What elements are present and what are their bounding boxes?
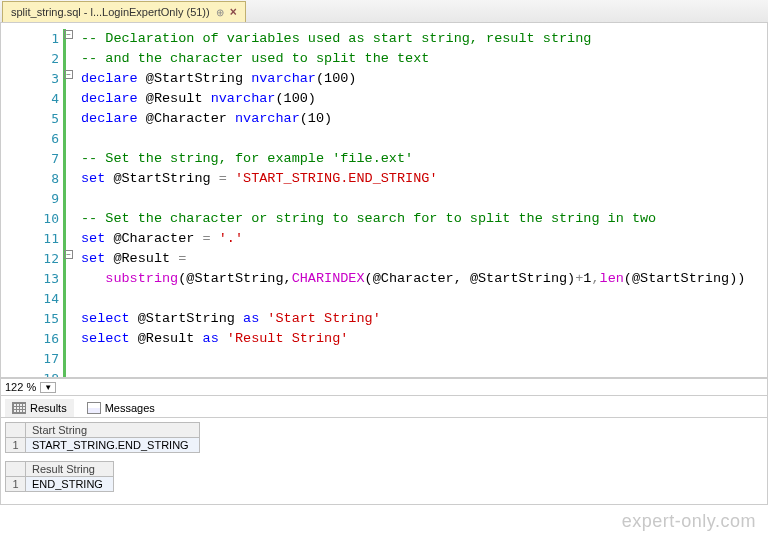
watermark: expert-only.com xyxy=(622,511,756,532)
col-header[interactable]: Result String xyxy=(26,462,114,477)
grid-icon xyxy=(12,402,26,414)
line-number: 17 xyxy=(1,349,63,369)
line-number: 5 xyxy=(1,109,63,129)
cell-value[interactable]: START_STRING.END_STRING xyxy=(26,438,200,453)
line-number: 7 xyxy=(1,149,63,169)
file-tab[interactable]: split_string.sql - l...LoginExpertOnly (… xyxy=(2,1,246,22)
fold-icon[interactable]: − xyxy=(64,70,73,79)
fold-column: − − − xyxy=(63,23,77,377)
results-panel: Start String 1START_STRING.END_STRING Re… xyxy=(0,418,768,505)
line-number: 15 xyxy=(1,309,63,329)
line-number: 10 xyxy=(1,209,63,229)
fold-icon[interactable]: − xyxy=(64,30,73,39)
comment: -- Declaration of variables used as star… xyxy=(81,31,591,46)
line-number: 11 xyxy=(1,229,63,249)
code-area[interactable]: -- Declaration of variables used as star… xyxy=(77,23,767,377)
comment: -- Set the character or string to search… xyxy=(81,211,656,226)
line-number: 8 xyxy=(1,169,63,189)
line-gutter: 123456789101112131415161718 xyxy=(1,23,63,377)
table-row[interactable]: 1END_STRING xyxy=(6,477,114,492)
comment: -- and the character used to split the t… xyxy=(81,51,429,66)
change-bar xyxy=(63,29,66,378)
line-number: 2 xyxy=(1,49,63,69)
close-icon[interactable]: × xyxy=(230,5,237,19)
row-number: 1 xyxy=(6,477,26,492)
line-number: 9 xyxy=(1,189,63,209)
line-number: 16 xyxy=(1,329,63,349)
line-number: 3 xyxy=(1,69,63,89)
tab-bar: split_string.sql - l...LoginExpertOnly (… xyxy=(0,0,768,23)
tab-results[interactable]: Results xyxy=(5,399,74,417)
cell-value[interactable]: END_STRING xyxy=(26,477,114,492)
tab-title: split_string.sql - l...LoginExpertOnly (… xyxy=(11,6,210,18)
result-grid-1: Start String 1START_STRING.END_STRING xyxy=(5,422,763,453)
messages-icon xyxy=(87,402,101,414)
line-number: 6 xyxy=(1,129,63,149)
row-header-blank xyxy=(6,423,26,438)
line-number: 14 xyxy=(1,289,63,309)
row-header-blank xyxy=(6,462,26,477)
line-number: 18 xyxy=(1,369,63,378)
line-number: 4 xyxy=(1,89,63,109)
pin-icon[interactable]: ⊕ xyxy=(216,7,224,18)
line-number: 13 xyxy=(1,269,63,289)
row-number: 1 xyxy=(6,438,26,453)
results-tabs: Results Messages xyxy=(0,396,768,418)
line-number: 1 xyxy=(1,29,63,49)
tab-messages[interactable]: Messages xyxy=(80,399,162,417)
zoom-bar: 122 % ▼ xyxy=(0,378,768,396)
code-editor[interactable]: 123456789101112131415161718 − − − -- Dec… xyxy=(0,23,768,378)
fold-icon[interactable]: − xyxy=(64,250,73,259)
comment: -- Set the string, for example 'file.ext… xyxy=(81,151,413,166)
zoom-value: 122 % xyxy=(5,381,36,393)
line-number: 12 xyxy=(1,249,63,269)
tab-messages-label: Messages xyxy=(105,402,155,414)
tab-results-label: Results xyxy=(30,402,67,414)
col-header[interactable]: Start String xyxy=(26,423,200,438)
result-grid-2: Result String 1END_STRING xyxy=(5,461,763,492)
table-row[interactable]: 1START_STRING.END_STRING xyxy=(6,438,200,453)
dropdown-icon[interactable]: ▼ xyxy=(40,382,56,393)
